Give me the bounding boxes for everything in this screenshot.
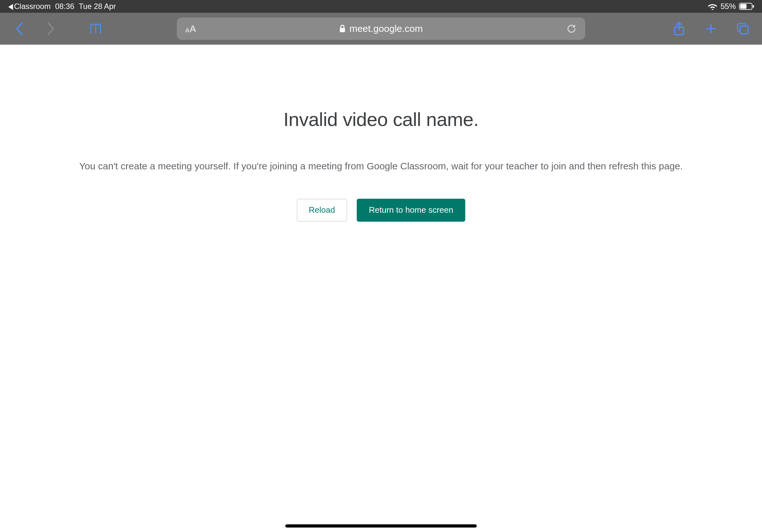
page-content: Invalid video call name. You can't creat… xyxy=(0,45,762,222)
ios-status-bar: ◀ Classroom 08:36 Tue 28 Apr 55% xyxy=(0,0,762,13)
error-subtitle: You can't create a meeting yourself. If … xyxy=(66,159,695,173)
share-button[interactable] xyxy=(673,22,685,35)
lock-icon xyxy=(339,25,345,33)
reload-page-button[interactable] xyxy=(566,23,577,34)
status-date: Tue 28 Apr xyxy=(79,2,116,11)
url-text: meet.google.com xyxy=(349,23,423,34)
battery-percent: 55% xyxy=(721,2,736,11)
new-tab-button[interactable] xyxy=(705,22,717,35)
bookmarks-button[interactable] xyxy=(89,22,102,35)
nav-back-button[interactable] xyxy=(13,22,26,35)
return-home-button[interactable]: Return to home screen xyxy=(357,199,465,222)
back-app-label: Classroom xyxy=(14,2,51,11)
safari-toolbar: AA meet.google.com xyxy=(0,13,762,45)
back-caret-icon: ◀ xyxy=(8,2,13,11)
status-time: 08:36 xyxy=(55,2,74,11)
error-title: Invalid video call name. xyxy=(283,108,479,130)
svg-rect-3 xyxy=(340,28,345,32)
back-to-app[interactable]: ◀ Classroom xyxy=(8,2,51,11)
address-bar[interactable]: AA meet.google.com xyxy=(177,18,585,40)
home-indicator[interactable] xyxy=(285,524,477,528)
svg-rect-1 xyxy=(740,4,747,9)
svg-rect-2 xyxy=(753,5,754,8)
wifi-icon xyxy=(708,3,717,10)
reload-button[interactable]: Reload xyxy=(297,199,347,222)
battery-icon xyxy=(739,3,754,10)
tabs-button[interactable] xyxy=(736,22,749,35)
svg-rect-6 xyxy=(740,26,748,34)
nav-forward-button[interactable] xyxy=(45,22,57,35)
